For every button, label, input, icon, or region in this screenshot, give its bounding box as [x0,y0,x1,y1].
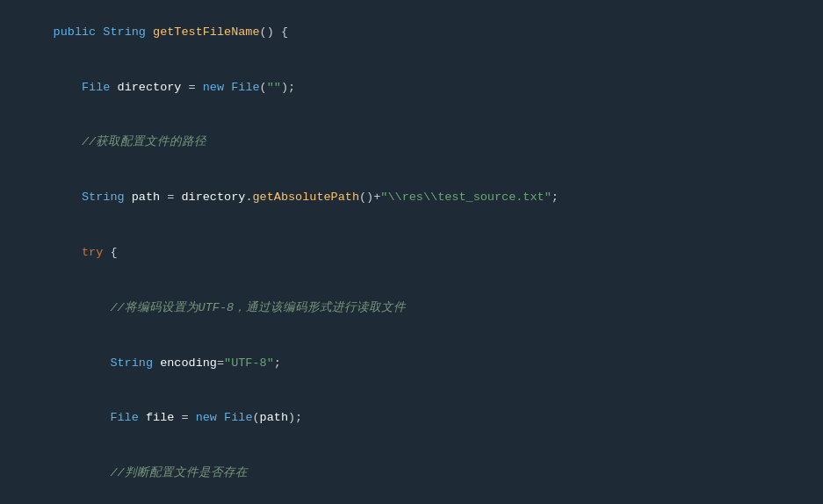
code-line: File directory = new File(""); [0,61,823,116]
code-line: String path = directory.getAbsolutePath(… [0,170,823,226]
code-container: public String getTestFileName() { File d… [0,0,823,504]
code-line: //判断配置文件是否存在 [0,446,823,501]
code-line: public String getTestFileName() { [0,5,823,61]
code-line: //获取配置文件的路径 [0,116,823,171]
code-line: File file = new File(path); [0,391,823,446]
code-line: try { [0,226,823,281]
code-line: //将编码设置为UTF-8，通过该编码形式进行读取文件 [0,281,823,336]
code-line: String encoding="UTF-8"; [0,336,823,392]
